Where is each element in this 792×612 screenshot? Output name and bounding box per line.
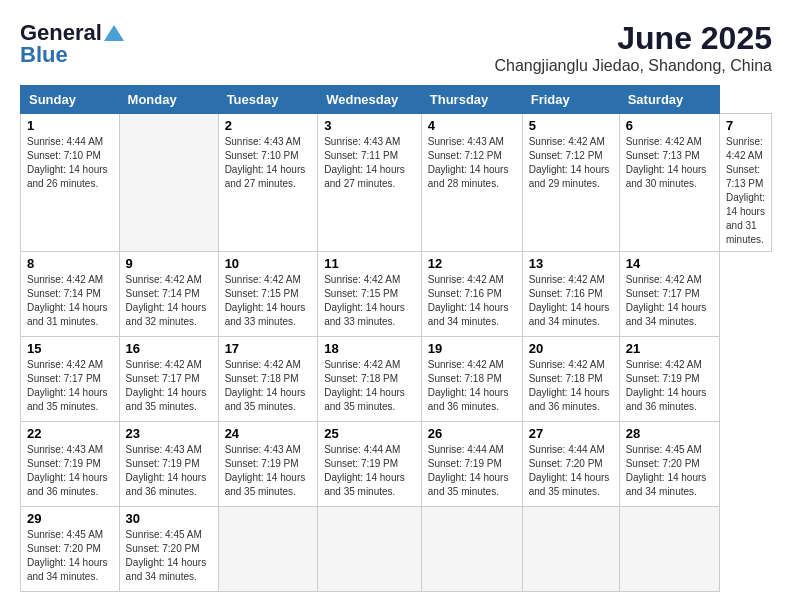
day-cell: 30Sunrise: 4:45 AMSunset: 7:20 PMDayligh… (119, 507, 218, 592)
day-cell: 2Sunrise: 4:43 AMSunset: 7:10 PMDaylight… (218, 114, 318, 252)
day-cell: 8Sunrise: 4:42 AMSunset: 7:14 PMDaylight… (21, 252, 120, 337)
day-cell: 22Sunrise: 4:43 AMSunset: 7:19 PMDayligh… (21, 422, 120, 507)
day-cell (318, 507, 422, 592)
day-cell: 19Sunrise: 4:42 AMSunset: 7:18 PMDayligh… (421, 337, 522, 422)
month-title: June 2025 (494, 20, 772, 57)
day-cell: 21Sunrise: 4:42 AMSunset: 7:19 PMDayligh… (619, 337, 719, 422)
location-subtitle: Changjianglu Jiedao, Shandong, China (494, 57, 772, 75)
logo-blue: Blue (20, 42, 68, 68)
day-cell: 14Sunrise: 4:42 AMSunset: 7:17 PMDayligh… (619, 252, 719, 337)
day-cell: 15Sunrise: 4:42 AMSunset: 7:17 PMDayligh… (21, 337, 120, 422)
day-header-tuesday: Tuesday (218, 86, 318, 114)
day-cell: 27Sunrise: 4:44 AMSunset: 7:20 PMDayligh… (522, 422, 619, 507)
day-header-thursday: Thursday (421, 86, 522, 114)
day-cell: 28Sunrise: 4:45 AMSunset: 7:20 PMDayligh… (619, 422, 719, 507)
day-cell: 12Sunrise: 4:42 AMSunset: 7:16 PMDayligh… (421, 252, 522, 337)
week-row-1: 1Sunrise: 4:44 AMSunset: 7:10 PMDaylight… (21, 114, 772, 252)
day-cell (421, 507, 522, 592)
week-row-4: 22Sunrise: 4:43 AMSunset: 7:19 PMDayligh… (21, 422, 772, 507)
logo: General Blue (20, 20, 124, 68)
day-cell (218, 507, 318, 592)
day-cell: 11Sunrise: 4:42 AMSunset: 7:15 PMDayligh… (318, 252, 422, 337)
week-row-5: 29Sunrise: 4:45 AMSunset: 7:20 PMDayligh… (21, 507, 772, 592)
day-cell: 24Sunrise: 4:43 AMSunset: 7:19 PMDayligh… (218, 422, 318, 507)
svg-marker-0 (104, 25, 124, 41)
title-area: June 2025 Changjianglu Jiedao, Shandong,… (494, 20, 772, 75)
day-cell: 7Sunrise: 4:42 AMSunset: 7:13 PMDaylight… (720, 114, 772, 252)
day-cell: 26Sunrise: 4:44 AMSunset: 7:19 PMDayligh… (421, 422, 522, 507)
day-header-saturday: Saturday (619, 86, 719, 114)
day-header-friday: Friday (522, 86, 619, 114)
day-cell: 20Sunrise: 4:42 AMSunset: 7:18 PMDayligh… (522, 337, 619, 422)
header-row: SundayMondayTuesdayWednesdayThursdayFrid… (21, 86, 772, 114)
day-cell (119, 114, 218, 252)
day-cell: 18Sunrise: 4:42 AMSunset: 7:18 PMDayligh… (318, 337, 422, 422)
day-cell (522, 507, 619, 592)
day-cell: 9Sunrise: 4:42 AMSunset: 7:14 PMDaylight… (119, 252, 218, 337)
day-cell: 6Sunrise: 4:42 AMSunset: 7:13 PMDaylight… (619, 114, 719, 252)
day-cell: 10Sunrise: 4:42 AMSunset: 7:15 PMDayligh… (218, 252, 318, 337)
day-cell: 5Sunrise: 4:42 AMSunset: 7:12 PMDaylight… (522, 114, 619, 252)
day-header-wednesday: Wednesday (318, 86, 422, 114)
day-cell: 13Sunrise: 4:42 AMSunset: 7:16 PMDayligh… (522, 252, 619, 337)
week-row-3: 15Sunrise: 4:42 AMSunset: 7:17 PMDayligh… (21, 337, 772, 422)
day-cell: 23Sunrise: 4:43 AMSunset: 7:19 PMDayligh… (119, 422, 218, 507)
logo-icon (104, 23, 124, 43)
week-row-2: 8Sunrise: 4:42 AMSunset: 7:14 PMDaylight… (21, 252, 772, 337)
day-cell: 3Sunrise: 4:43 AMSunset: 7:11 PMDaylight… (318, 114, 422, 252)
day-header-monday: Monday (119, 86, 218, 114)
day-cell: 17Sunrise: 4:42 AMSunset: 7:18 PMDayligh… (218, 337, 318, 422)
day-cell: 25Sunrise: 4:44 AMSunset: 7:19 PMDayligh… (318, 422, 422, 507)
calendar-table: SundayMondayTuesdayWednesdayThursdayFrid… (20, 85, 772, 592)
day-header-sunday: Sunday (21, 86, 120, 114)
day-cell: 29Sunrise: 4:45 AMSunset: 7:20 PMDayligh… (21, 507, 120, 592)
page-header: General Blue June 2025 Changjianglu Jied… (20, 20, 772, 75)
day-cell (619, 507, 719, 592)
day-cell: 16Sunrise: 4:42 AMSunset: 7:17 PMDayligh… (119, 337, 218, 422)
day-1: 1Sunrise: 4:44 AMSunset: 7:10 PMDaylight… (21, 114, 120, 252)
day-cell: 4Sunrise: 4:43 AMSunset: 7:12 PMDaylight… (421, 114, 522, 252)
